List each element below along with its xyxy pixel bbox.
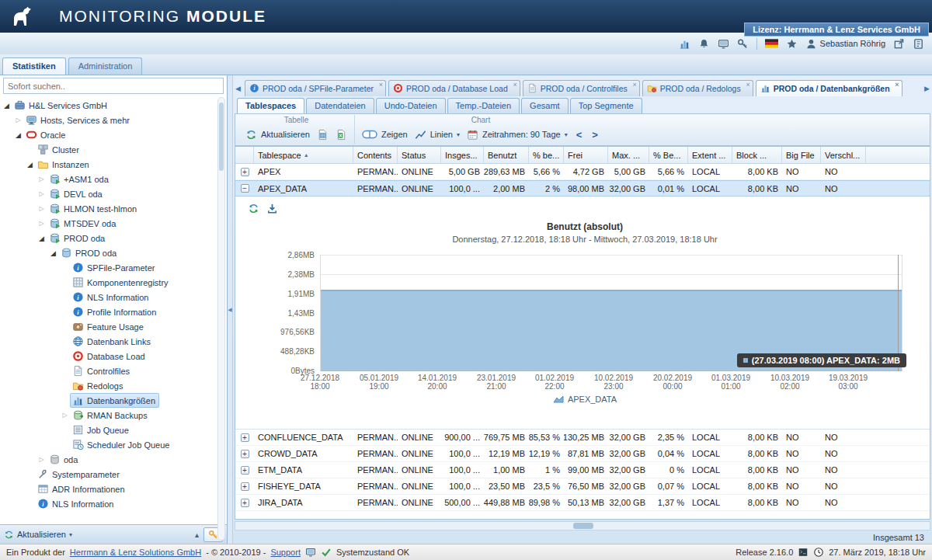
tree-node-item[interactable]: PROD oda xyxy=(58,245,120,260)
tree-node-item[interactable]: oda xyxy=(47,452,82,467)
expand-row-button[interactable]: + xyxy=(241,450,249,458)
expand-row-button[interactable]: + xyxy=(241,433,249,442)
expand-row-button[interactable]: + xyxy=(241,499,249,507)
tree-node-systemparameter[interactable]: Systemparameter xyxy=(0,467,227,482)
tree-node-nls-information[interactable]: iNLS Information xyxy=(0,496,227,511)
doc-tab-prod-oda-spfile-parameter[interactable]: iPROD oda / SPFile-Parameter× xyxy=(245,80,386,96)
tree-node-item[interactable]: Database Load xyxy=(70,349,149,363)
column-header-benutzt[interactable]: Benutzt xyxy=(484,147,529,163)
tree-node-item[interactable]: iProfile Information xyxy=(70,304,160,319)
tree-node-cluster[interactable]: Cluster xyxy=(0,142,227,157)
column-header-frei[interactable]: Frei xyxy=(564,147,608,163)
tree-node-item[interactable]: Job Queue xyxy=(70,423,133,437)
table-row-fisheye-data[interactable]: +FISHEYE_DATAPERMAN...ONLINE100,0 ...23,… xyxy=(235,478,930,495)
inner-tab-gesamt[interactable]: Gesamt xyxy=(521,98,569,113)
tree-node-item[interactable]: iNLS Information xyxy=(70,290,152,304)
prev-period-button[interactable]: < xyxy=(575,129,584,141)
tree-node-rman-backups[interactable]: ▷RMAN Backups xyxy=(0,408,227,423)
statistics-icon[interactable] xyxy=(679,38,690,50)
tree-node-item[interactable]: Controlfiles xyxy=(70,363,134,378)
tree-node-item[interactable]: Feature Usage xyxy=(70,319,148,334)
tree-node-h-l-services-gmbh[interactable]: ◢H&L Services GmbH xyxy=(0,98,227,113)
table-row-apex-data[interactable]: −APEX_DATAPERMAN...ONLINE100,0 ...2,00 M… xyxy=(235,180,930,197)
inner-tab-temp-dateien[interactable]: Temp.-Dateien xyxy=(447,98,520,113)
tree-node-datenbankgr-en[interactable]: Datenbankgrößen xyxy=(0,393,227,408)
chart-legend[interactable]: APEX_DATA xyxy=(246,395,923,404)
tree-node-instanzen[interactable]: ◢Instanzen xyxy=(0,157,227,172)
chart-type-dropdown[interactable]: Linien ▾ xyxy=(415,129,460,141)
tree-node-item[interactable]: Scheduler Job Queue xyxy=(70,437,173,452)
tab-administration[interactable]: Administration xyxy=(68,57,143,75)
export-excel-icon[interactable] xyxy=(336,129,347,141)
tree-node-redologs[interactable]: Redologs xyxy=(0,378,227,393)
timeframe-dropdown[interactable]: Zeitrahmen: 90 Tage ▾ xyxy=(467,129,568,141)
chart-download-icon[interactable] xyxy=(266,203,278,214)
column-header-status[interactable]: Status xyxy=(398,147,441,163)
expand-node-icon[interactable]: ▷ xyxy=(13,117,23,123)
tree-node-item[interactable]: Redologs xyxy=(70,378,127,393)
close-tab-icon[interactable]: × xyxy=(379,81,383,89)
tree-node-item[interactable]: PROD oda xyxy=(47,231,109,245)
tab-scroll-left-icon[interactable]: ◀ xyxy=(235,85,241,92)
search-input[interactable] xyxy=(3,78,224,94)
collapse-row-button[interactable]: − xyxy=(241,184,249,193)
column-header-contents[interactable]: Contents xyxy=(353,147,398,163)
collapse-node-icon[interactable]: ◢ xyxy=(2,102,12,110)
tree-node-oda[interactable]: ▷oda xyxy=(0,452,227,467)
collapse-panel-icon[interactable]: ▴ xyxy=(195,530,199,539)
column-header-be[interactable]: % Be... xyxy=(649,147,688,163)
expand-node-icon[interactable]: ▷ xyxy=(37,220,47,227)
expand-node-icon[interactable]: ▷ xyxy=(37,456,47,463)
expand-row-button[interactable]: + xyxy=(241,466,249,475)
sidebar-splitter[interactable]: ◀ xyxy=(228,75,233,544)
tree-node-profile-information[interactable]: iProfile Information xyxy=(0,304,227,319)
tree-node-item[interactable]: Hosts, Services & mehr xyxy=(23,113,134,127)
chart-refresh-icon[interactable] xyxy=(248,203,259,214)
tree-node-item[interactable]: Datenbank Links xyxy=(70,334,155,349)
close-tab-icon[interactable]: × xyxy=(513,81,516,89)
tree-node-item[interactable]: MTSDEV oda xyxy=(47,216,120,231)
tree-node-komponentenregistry[interactable]: Komponentenregistry xyxy=(0,275,227,290)
expand-node-icon[interactable]: ▷ xyxy=(37,190,47,197)
table-row-apex[interactable]: +APEXPERMAN...ONLINE5,00 GB289,63 MB5,66… xyxy=(235,164,930,180)
tree-node-item[interactable]: RMAN Backups xyxy=(70,408,151,423)
column-header-block[interactable]: Block ... xyxy=(732,147,782,163)
next-period-button[interactable]: > xyxy=(590,129,600,141)
tree-node-item[interactable]: Cluster xyxy=(35,142,83,157)
sidebar-scrollbar[interactable] xyxy=(217,97,225,541)
tree-node-item[interactable]: HLMON test-hlmon xyxy=(47,201,141,216)
tree-node-hlmon-test-hlmon[interactable]: ▷HLMON test-hlmon xyxy=(0,201,227,216)
company-link[interactable]: Herrmann & Lenz Solutions GmbH xyxy=(70,548,201,557)
tree-node-mtsdev-oda[interactable]: ▷MTSDEV oda xyxy=(0,216,227,231)
tree-node-item[interactable]: DEVL oda xyxy=(47,186,106,201)
table-row-confluence-data[interactable]: +CONFLUENCE_DATAPERMAN...ONLINE900,00 ..… xyxy=(235,430,930,446)
tree-node-prod-oda[interactable]: ◢PROD oda xyxy=(0,245,227,260)
expand-row-button[interactable]: + xyxy=(241,482,249,491)
collapse-node-icon[interactable]: ◢ xyxy=(37,235,47,242)
user-menu[interactable]: Sebastian Röhrig xyxy=(805,38,885,50)
tree-node-feature-usage[interactable]: Feature Usage xyxy=(0,319,227,334)
inner-tab-tablespaces[interactable]: Tablespaces xyxy=(237,98,304,113)
doc-tab-prod-oda-redologs[interactable]: PROD oda / Redologs× xyxy=(642,80,753,96)
sidebar-refresh-button[interactable]: Aktualisieren ▾ xyxy=(4,530,72,540)
column-header-extent[interactable]: Extent ... xyxy=(688,147,732,163)
favorites-star-icon[interactable] xyxy=(786,38,798,50)
inner-tab-top-segmente[interactable]: Top Segmente xyxy=(570,98,642,113)
close-tab-icon[interactable]: × xyxy=(746,81,749,89)
column-header-be[interactable]: % be... xyxy=(529,147,564,163)
expand-row-button[interactable]: + xyxy=(241,168,249,176)
tree-node-item[interactable]: Datenbankgrößen xyxy=(70,393,159,408)
tree-node-item[interactable]: H&L Services GmbH xyxy=(12,98,111,113)
collapse-node-icon[interactable]: ◢ xyxy=(25,161,35,169)
tree-node-item[interactable]: Oracle xyxy=(23,127,69,142)
tree-node-datenbank-links[interactable]: Datenbank Links xyxy=(0,334,227,349)
collapse-node-icon[interactable]: ◢ xyxy=(48,249,58,257)
release-notes-icon[interactable] xyxy=(798,547,809,558)
tools-key-icon[interactable] xyxy=(737,38,749,50)
scrollbar-thumb[interactable] xyxy=(219,103,224,171)
tree-node-database-load[interactable]: Database Load xyxy=(0,349,227,363)
tree-node-job-queue[interactable]: Job Queue xyxy=(0,423,227,437)
tree-node-devl-oda[interactable]: ▷DEVL oda xyxy=(0,186,227,201)
tree-node-scheduler-job-queue[interactable]: Scheduler Job Queue xyxy=(0,437,227,452)
language-flag-de-icon[interactable] xyxy=(765,39,778,48)
